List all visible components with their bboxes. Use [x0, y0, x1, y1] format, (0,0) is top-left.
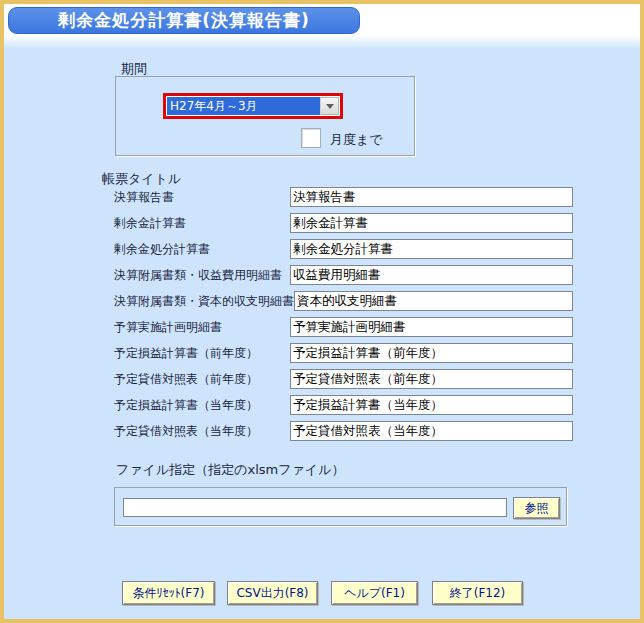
help-button[interactable]: ヘルプ(F1) [331, 581, 418, 605]
title-strip-gradient [4, 35, 640, 49]
period-groupbox: H27年4月～3月 月度まで [115, 76, 415, 156]
report-title-input[interactable]: 剰余金計算書 [290, 213, 573, 233]
month-limit-checkbox[interactable] [301, 128, 321, 148]
report-title-row: 決算附属書類・収益費用明細書収益費用明細書 [114, 262, 573, 288]
period-dropdown[interactable]: H27年4月～3月 [163, 93, 343, 119]
report-title-row-label: 予定貸借対照表（前年度） [114, 371, 290, 388]
reset-conditions-button[interactable]: 条件ﾘｾｯﾄ(F7) [122, 581, 215, 605]
dialog-window: 剰余金処分計算書(決算報告書) 期間 H27年4月～3月 月度まで 帳票タイトル… [0, 0, 644, 623]
report-title-row: 剰余金計算書剰余金計算書 [114, 210, 573, 236]
report-title-input[interactable]: 予定損益計算書（当年度） [290, 395, 573, 415]
report-title-input[interactable]: 予定損益計算書（前年度） [290, 343, 573, 363]
chevron-down-icon [326, 104, 334, 109]
report-title-row-label: 決算報告書 [114, 189, 290, 206]
file-spec-section-label: ファイル指定（指定のxlsmファイル） [116, 461, 344, 479]
report-title-row-label: 剰余金処分計算書 [114, 241, 290, 258]
report-title-row: 決算附属書類・資本的収支明細書資本的収支明細書 [114, 288, 573, 314]
report-title-input[interactable]: 決算報告書 [290, 187, 573, 207]
report-title-row-label: 予定損益計算書（当年度） [114, 397, 290, 414]
report-title-input[interactable]: 予算実施計画明細書 [290, 317, 573, 337]
report-title-row: 予定貸借対照表（当年度）予定貸借対照表（当年度） [114, 418, 573, 444]
report-title-row-label: 決算附属書類・収益費用明細書 [114, 267, 290, 284]
report-title-input[interactable]: 予定貸借対照表（前年度） [290, 369, 573, 389]
window-title-bar: 剰余金処分計算書(決算報告書) [8, 7, 360, 34]
report-title-row-label: 予算実施計画明細書 [114, 319, 290, 336]
report-title-input[interactable]: 予定貸借対照表（当年度） [290, 421, 573, 441]
report-title-input[interactable]: 資本的収支明細書 [294, 291, 573, 311]
report-title-row: 予定貸借対照表（前年度）予定貸借対照表（前年度） [114, 366, 573, 392]
browse-button[interactable]: 参照 [513, 497, 560, 519]
report-title-row: 決算報告書決算報告書 [114, 184, 573, 210]
csv-export-button[interactable]: CSV出力(F8) [227, 581, 318, 605]
report-title-input[interactable]: 収益費用明細書 [290, 265, 573, 285]
report-title-row: 予算実施計画明細書予算実施計画明細書 [114, 314, 573, 340]
window-title: 剰余金処分計算書(決算報告書) [58, 9, 310, 32]
file-path-input[interactable] [123, 498, 507, 517]
report-title-input[interactable]: 剰余金処分計算書 [290, 239, 573, 259]
report-title-rows: 決算報告書決算報告書剰余金計算書剰余金計算書剰余金処分計算書剰余金処分計算書決算… [114, 184, 573, 444]
dropdown-button[interactable] [320, 97, 339, 115]
report-title-row: 予定損益計算書（前年度）予定損益計算書（前年度） [114, 340, 573, 366]
month-limit-checkbox-label: 月度まで [330, 131, 383, 149]
exit-button[interactable]: 終了(F12) [432, 581, 523, 605]
report-title-row-label: 予定損益計算書（前年度） [114, 345, 290, 362]
report-title-row: 剰余金処分計算書剰余金処分計算書 [114, 236, 573, 262]
period-dropdown-value: H27年4月～3月 [167, 97, 320, 115]
report-title-row-label: 剰余金計算書 [114, 215, 290, 232]
browse-button-label: 参照 [525, 500, 549, 517]
report-title-row-label: 決算附属書類・資本的収支明細書 [114, 293, 294, 310]
file-spec-groupbox: 参照 [114, 487, 567, 526]
report-title-row-label: 予定貸借対照表（当年度） [114, 423, 290, 440]
report-title-row: 予定損益計算書（当年度）予定損益計算書（当年度） [114, 392, 573, 418]
